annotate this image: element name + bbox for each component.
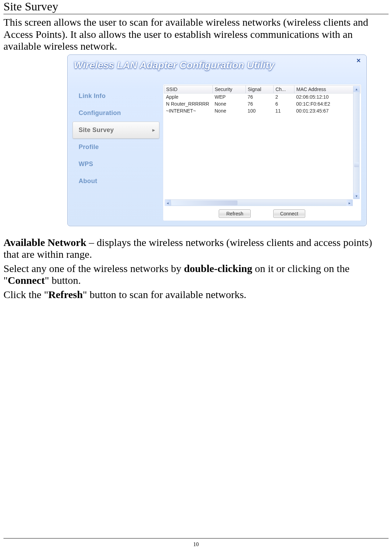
scroll-thumb[interactable] (354, 162, 359, 167)
cell-mac: 00:01:23:45:67 (294, 107, 360, 114)
intro-paragraph: This screen allows the user to scan for … (3, 16, 389, 52)
cell-channel: 2 (273, 93, 294, 100)
cell-security: WEP (212, 93, 245, 100)
app-title: Wireless LAN Adapter Configuration Utili… (74, 60, 275, 71)
sidebar-item-wps[interactable]: WPS (73, 156, 159, 173)
networks-table[interactable]: SSID Security Signal Ch... MAC Address A… (164, 85, 360, 114)
scroll-thumb[interactable] (172, 200, 237, 205)
app-window: Wireless LAN Adapter Configuration Utili… (67, 55, 367, 226)
close-icon[interactable]: ✕ (355, 57, 363, 65)
table-row[interactable]: Apple WEP 76 2 02:06:05:12:10 (164, 93, 360, 100)
figure-container: Wireless LAN Adapter Configuration Utili… (3, 55, 389, 226)
cell-ssid: Apple (164, 93, 212, 100)
cell-security: None (212, 100, 245, 107)
scroll-left-icon[interactable]: ◂ (165, 200, 171, 206)
text: Click the " (3, 289, 48, 300)
sidebar-item-configuration[interactable]: Configuration (73, 105, 159, 122)
scroll-up-icon[interactable]: ▴ (353, 86, 360, 92)
cell-mac: 00:1C:F0:64:E2 (294, 100, 360, 107)
text-bold: Refresh (48, 289, 83, 300)
col-security[interactable]: Security (212, 85, 245, 93)
col-channel[interactable]: Ch... (273, 85, 294, 93)
cell-security: None (212, 107, 245, 114)
cell-signal: 100 (245, 107, 273, 114)
sidebar-item-profile[interactable]: Profile (73, 139, 159, 156)
cell-channel: 11 (273, 107, 294, 114)
paragraph-refresh: Click the "Refresh" button to scan for a… (3, 289, 389, 301)
table-row[interactable]: N Router_RRRRRR None 76 6 00:1C:F0:64:E2 (164, 100, 360, 107)
paragraph-available-network: Available Network – displays the wireles… (3, 237, 389, 261)
footer-rule (3, 538, 389, 538)
text: " button. (45, 274, 81, 286)
col-signal[interactable]: Signal (245, 85, 273, 93)
text-bold: double-clicking (184, 263, 252, 274)
sidebar: Link Info Configuration Site Survey Prof… (73, 84, 159, 221)
cell-mac: 02:06:05:12:10 (294, 93, 360, 100)
vertical-scrollbar[interactable]: ▴ ▾ (353, 86, 360, 199)
section-title: Site Survey (3, 0, 389, 14)
horizontal-scrollbar[interactable]: ◂ ▸ (165, 199, 353, 206)
sidebar-item-about[interactable]: About (73, 173, 159, 190)
text-bold: Available Network (3, 237, 86, 248)
sidebar-item-site-survey[interactable]: Site Survey (73, 122, 159, 139)
connect-button[interactable]: Connect (273, 209, 305, 218)
cell-channel: 6 (273, 100, 294, 107)
cell-signal: 76 (245, 93, 273, 100)
paragraph-select-network: Select any one of the wireless networks … (3, 263, 389, 287)
scroll-right-icon[interactable]: ▸ (347, 200, 353, 206)
table-row[interactable]: ~INTERNET~ None 100 11 00:01:23:45:67 (164, 107, 360, 114)
refresh-button[interactable]: Refresh (219, 209, 251, 218)
titlebar: Wireless LAN Adapter Configuration Utili… (68, 55, 366, 84)
page-number: 10 (0, 541, 392, 548)
sidebar-item-link-info[interactable]: Link Info (73, 88, 159, 105)
scroll-down-icon[interactable]: ▾ (353, 193, 360, 199)
cell-ssid: N Router_RRRRRR (164, 100, 212, 107)
cell-ssid: ~INTERNET~ (164, 107, 212, 114)
text: " button to scan for available networks. (83, 289, 246, 300)
content-pane: SSID Security Signal Ch... MAC Address A… (163, 84, 361, 221)
cell-signal: 76 (245, 100, 273, 107)
text-bold: Connect (8, 274, 45, 286)
col-ssid[interactable]: SSID (164, 85, 212, 93)
col-mac[interactable]: MAC Address (294, 85, 360, 93)
text: Select any one of the wireless networks … (3, 263, 184, 274)
